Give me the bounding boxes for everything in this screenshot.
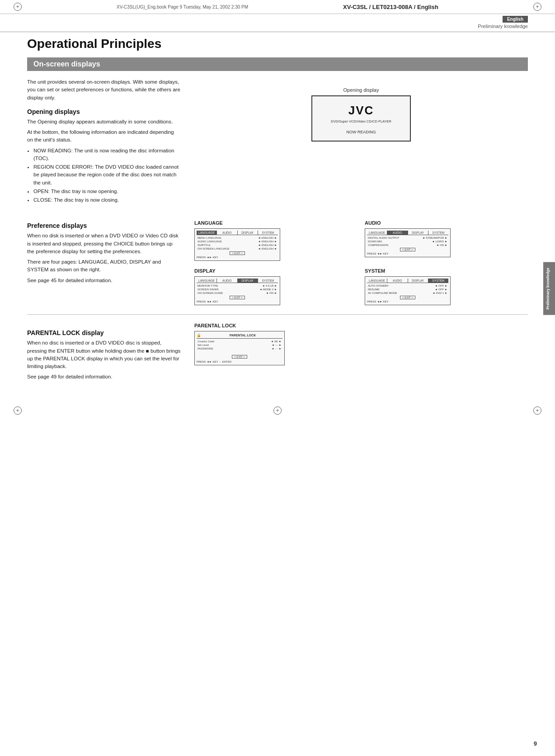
parental-exit: < EXIT > [197,351,282,359]
system-exit: < EXIT > [367,296,448,299]
pref-language-label: LANGUAGE [194,220,357,226]
parental-title-text: PARENTAL LOCK [203,334,282,337]
pref-audio-label: AUDIO [365,220,528,226]
preference-heading: Preference displays [27,222,181,229]
opening-displays-heading: Opening displays [27,108,181,115]
lang-press: PRESS ◄► KEY [197,256,278,259]
system-row-0: AUTO STANDBY ◄ OFF ► [367,284,448,287]
bottom-right-corner: + [533,406,541,415]
lang-row-0: MENU LANGUAGE ◄ ENGLISH ► [197,236,278,239]
parental-row-0: Country Code ◄ AE ► [197,340,282,343]
tab-audio: AUDIO [217,231,237,235]
audio-tab-row: LANGUAGE AUDIO DISPLAY SYSTEM [367,231,448,235]
parental-title-row: 🔒 PARENTAL LOCK [197,333,282,339]
page-number: 9 [534,740,537,747]
display-exit: < EXIT > [197,296,278,299]
lang-row-3: ON SCREEN LANGUAGE ◄ ENGLISH ► [197,247,278,250]
intro-text: The unit provides several on-screen disp… [27,78,181,102]
parental-heading: PARENTAL LOCK display [27,329,181,336]
tab-system-a: SYSTEM [428,231,448,235]
parental-para1: When no disc is inserted or a DVD VIDEO … [27,339,181,370]
tab-display: DISPLAY [238,231,258,235]
header-title: XV-C3SL / LET0213-008A / English [343,4,438,10]
audio-row-0: DIGITAL AUDIO OUTPUT ◄ STREAM/PCM ► [367,236,448,239]
tab-audio-a: AUDIO [387,231,408,235]
tab-system-d: SYSTEM [258,279,278,283]
header-file-info: XV-C3SL(UG)_Eng.book Page 9 Tuesday, May… [117,5,248,9]
bottom-center-corner: + [273,406,282,415]
opening-bullets: NOW READING: The unit is now reading the… [33,147,181,204]
preference-displays-left: Preference displays When no disk is inse… [27,216,181,305]
page-title: Operational Principles [27,37,528,51]
opening-displays-section: The unit provides several on-screen disp… [27,78,528,207]
display-screen: LANGUAGE AUDIO DISPLAY SYSTEM MONITOR TY… [194,276,280,305]
bullet-1: REGION CODE ERROR!: The DVD VIDEO disc l… [33,163,181,187]
opening-para2: At the bottom, the following information… [27,128,181,144]
right-side-tab: Preliminary knowledge [543,262,555,315]
parental-lock-section: PARENTAL LOCK display When no disc is in… [27,323,528,383]
pref-para1: When no disk is inserted or when a DVD V… [27,232,181,255]
section-divider [27,314,528,315]
system-tab-row: LANGUAGE AUDIO DISPLAY SYSTEM [367,279,448,283]
tab-audio-d: AUDIO [217,279,237,283]
pref-display-label: DISPLAY [194,268,357,274]
system-press: PRESS ◄► KEY [367,300,448,303]
pref-language: LANGUAGE LANGUAGE AUDIO DISPLAY SYSTEM M… [194,220,357,261]
display-press: PRESS ◄► KEY [197,300,278,303]
language-tab-row: LANGUAGE AUDIO DISPLAY SYSTEM [197,231,278,235]
tab-display-d: DISPLAY [238,279,258,283]
parental-row-2: PASSWORD ◄ ···· ► [197,347,282,350]
lang-row-2: SUBTITLE ◄ ENGLISH ► [197,244,278,246]
bullet-0: NOW READING: The unit is now reading the… [33,147,181,163]
tab-language-d: LANGUAGE [197,279,217,283]
page-header: + XV-C3SL(UG)_Eng.book Page 9 Tuesday, M… [0,0,555,14]
audio-press: PRESS ◄► KEY [367,252,448,255]
jvc-subtitle: DVD/Super VCD/Video CD/CD PLAYER [331,119,391,123]
tab-system: SYSTEM [258,231,278,235]
main-content: Operational Principles On-screen display… [0,32,555,393]
preference-displays-right: LANGUAGE LANGUAGE AUDIO DISPLAY SYSTEM M… [194,216,528,305]
system-row-2: AV COMPULINK MODE ◄ DVD 1 ► [367,292,448,294]
audio-screen: LANGUAGE AUDIO DISPLAY SYSTEM DIGITAL AU… [365,228,451,257]
pref-display: DISPLAY LANGUAGE AUDIO DISPLAY SYSTEM MO… [194,268,357,305]
now-reading: NOW READING [346,130,376,134]
jvc-logo: JVC [348,104,374,118]
opening-display-label: Opening display [194,87,528,93]
display-row-0: MONITOR TYPE ◄ 4:3 LB ► [197,284,278,287]
pref-grid: LANGUAGE LANGUAGE AUDIO DISPLAY SYSTEM M… [194,220,528,305]
tab-display-s: DISPLAY [408,279,428,283]
parental-display-box: 🔒 PARENTAL LOCK Country Code ◄ AE ► Set … [194,331,285,365]
system-row-1: RESUME ◄ OFF ► [367,288,448,291]
audio-row-1: DOWN MIX ◄ LO/RO ► [367,240,448,243]
display-row-1: SCREEN SAVER ◄ MODE 2 ► [197,288,278,291]
parental-press: PRESS ◄► KEY → ENTER [197,360,282,363]
display-tab-row: LANGUAGE AUDIO DISPLAY SYSTEM [197,279,278,283]
bullet-2: OPEN: The disc tray is now opening. [33,188,181,195]
parental-display-label: PARENTAL LOCK [194,323,528,328]
prelim-knowledge-label: Preliminary knowledge [0,23,555,32]
top-left-corner-mark: + [14,3,22,11]
tab-system-s: SYSTEM [428,279,448,283]
opening-para1: The Opening display appears automaticall… [27,118,181,126]
parental-lock-icon: 🔒 [197,333,201,337]
english-tab: English [503,16,528,23]
opening-displays-left: The unit provides several on-screen disp… [27,78,181,207]
tab-audio-s: AUDIO [387,279,408,283]
tab-language: LANGUAGE [197,231,217,235]
system-screen: LANGUAGE AUDIO DISPLAY SYSTEM AUTO STAND… [365,276,451,305]
pref-system-label: SYSTEM [365,268,528,274]
parental-para2: See page 49 for detailed information. [27,373,181,381]
audio-row-2: COMPRESSION ◄ ON ► [367,244,448,246]
tab-language-a: LANGUAGE [367,231,387,235]
bottom-bar: + + + [0,402,555,419]
lang-exit: < EXIT > [197,251,278,255]
bullet-3: CLOSE: The disc tray is now closing. [33,196,181,204]
display-row-2: ON SCREEN GUIDE ◄ ON ► [197,292,278,294]
language-screen: LANGUAGE AUDIO DISPLAY SYSTEM MENU LANGU… [194,228,280,261]
tab-language-s: LANGUAGE [367,279,387,283]
pref-audio: AUDIO LANGUAGE AUDIO DISPLAY SYSTEM DIGI… [365,220,528,261]
opening-display-box: JVC DVD/Super VCD/Video CD/CD PLAYER NOW… [311,95,411,142]
parental-right: PARENTAL LOCK 🔒 PARENTAL LOCK Country Co… [194,323,528,383]
opening-display-right: Opening display JVC DVD/Super VCD/Video … [194,78,528,207]
lang-row-1: AUDIO LANGUAGE ◄ ENGLISH ► [197,240,278,243]
